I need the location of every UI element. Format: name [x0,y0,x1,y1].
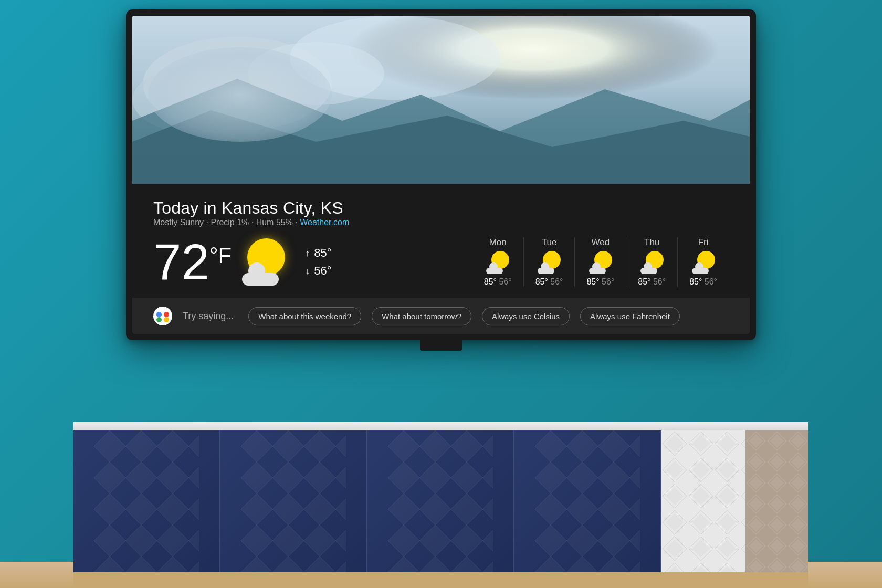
cabinet-panel-1 [74,430,220,572]
day-icon-thu [640,251,664,274]
precip-text: Precip 1% [211,218,249,227]
cabinet-panel-2 [220,430,368,572]
arrow-down-icon: ↓ [305,266,310,277]
svg-point-25 [156,312,162,317]
cabinet-white-section [662,430,746,572]
day-temps-thu: 85° 56° [638,277,666,287]
svg-rect-11 [662,430,746,572]
weather-header: Today in Kansas City, KS Mostly Sunny · … [153,198,729,227]
svg-rect-5 [388,430,493,572]
svg-point-26 [164,312,169,317]
weather-data-panel: Today in Kansas City, KS Mostly Sunny · … [132,184,750,298]
forecast-day-thu: Thu 85° 56° [626,237,677,287]
cabinet-top-strip [74,422,808,430]
svg-point-24 [153,307,172,326]
day-icon-mon [486,251,509,274]
temp-low-value: 56° [314,264,331,278]
day-temps-mon: 85° 56° [484,277,512,287]
svg-point-27 [156,317,162,322]
temp-high: ↑ 85° [305,246,331,260]
day-label-wed: Wed [592,237,610,248]
chip-tomorrow[interactable]: What about tomorrow? [372,307,471,326]
chip-weekend[interactable]: What about this weekend? [248,307,361,326]
svg-point-21 [290,16,500,100]
conditions-text: Mostly Sunny [153,218,204,227]
day-icon-wed [589,251,612,274]
day-icon-tue [538,251,561,274]
source-text: Weather.com [300,218,349,227]
svg-rect-7 [535,430,640,572]
svg-rect-3 [241,430,346,572]
svg-rect-15 [746,430,808,572]
temp-high-value: 85° [314,246,331,260]
weather-subtitle: Mostly Sunny · Precip 1% · Hum 55% · Wea… [153,218,729,227]
arrow-up-icon: ↑ [305,248,310,259]
day-temps-wed: 85° 56° [586,277,614,287]
day-label-thu: Thu [644,237,659,248]
weather-scene-background [132,16,750,184]
cabinet-panel-4 [514,430,662,572]
day-label-tue: Tue [542,237,557,248]
day-temps-fri: 85° 56° [689,277,717,287]
temperature-unit: °F [209,243,232,268]
tv-screen: Today in Kansas City, KS Mostly Sunny · … [132,16,750,334]
forecast-day-mon: Mon 85° 56° [472,237,523,287]
tv-cabinet [74,422,808,588]
assistant-bar: Try saying... What about this weekend? W… [132,298,750,334]
forecast-section: Mon 85° 56° Tu [472,237,729,287]
day-label-mon: Mon [489,237,507,248]
weather-main-section: 72 °F ↑ 85 [153,237,729,287]
current-weather-icon [242,238,289,286]
temperature-value: 72 [153,237,209,287]
temp-low: ↓ 56° [305,264,331,278]
cloud-body [242,273,279,286]
cloud-overlay [242,267,279,286]
temperature-range: ↑ 85° ↓ 56° [305,246,331,278]
cabinet-base [74,572,808,588]
google-assistant-logo [153,307,172,326]
cabinet-tan-section [746,430,808,572]
chip-fahrenheit[interactable]: Always use Fahrenheit [580,307,680,326]
cabinet-panel-3 [368,430,514,572]
forecast-day-fri: Fri 85° 56° [677,237,729,287]
temperature-display: 72 °F [153,237,232,287]
day-label-fri: Fri [698,237,709,248]
svg-point-28 [164,317,169,322]
chip-celsius[interactable]: Always use Celsius [482,307,570,326]
forecast-day-wed: Wed 85° 56° [574,237,626,287]
day-icon-fri [692,251,715,274]
tv-stand [420,340,462,351]
weather-title: Today in Kansas City, KS [153,198,729,218]
svg-rect-1 [94,430,199,572]
humidity-text: Hum 55% [256,218,293,227]
cabinet-panels [74,430,808,572]
forecast-day-tue: Tue 85° 56° [523,237,575,287]
tv: Today in Kansas City, KS Mostly Sunny · … [126,9,756,351]
day-temps-tue: 85° 56° [536,277,563,287]
try-saying-label: Try saying... [183,311,234,322]
tv-frame: Today in Kansas City, KS Mostly Sunny · … [126,9,756,340]
